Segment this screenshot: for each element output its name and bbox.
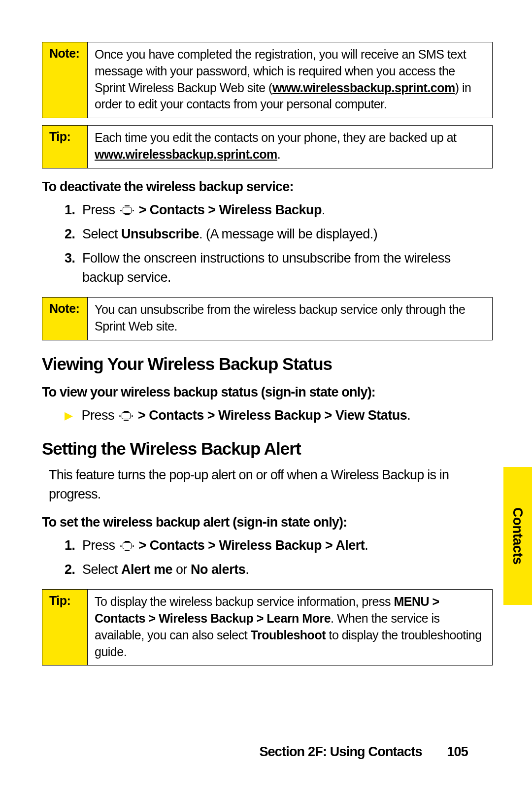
note-box-registration: Note: Once you have completed the regist…	[42, 42, 493, 118]
note-body: You can unsubscribe from the wireless ba…	[88, 298, 492, 340]
page-number: 105	[447, 744, 468, 759]
tip-body: To display the wireless backup service i…	[88, 590, 492, 665]
note-body: Once you have completed the registration…	[88, 42, 492, 118]
link-wirelessbackup[interactable]: www.wirelessbackup.sprint.com	[95, 147, 277, 161]
tip-body: Each time you edit the contacts on your …	[88, 126, 492, 168]
menu-key-icon	[120, 541, 134, 551]
step-item: 1. Press > Contacts > Wireless Backup > …	[65, 536, 493, 555]
tip-label: Tip:	[42, 590, 88, 665]
para-alert-description: This feature turns the pop-up alert on o…	[49, 466, 493, 504]
step-item: 3. Follow the onscreen instructions to u…	[65, 249, 493, 287]
step-item: 2. Select Unsubscribe. (A message will b…	[65, 225, 493, 244]
subheading-set-alert: To set the wireless backup alert (sign-i…	[42, 515, 493, 530]
triangle-bullet-icon: ▶	[65, 408, 73, 425]
tip-box-learn-more: Tip: To display the wireless backup serv…	[42, 589, 493, 665]
side-tab-contacts[interactable]: Contacts	[503, 467, 532, 605]
page-footer: Section 2F: Using Contacts 105	[259, 744, 468, 760]
step-view-status: ▶ Press > Contacts > Wireless Backup > V…	[42, 406, 493, 425]
menu-key-icon	[120, 205, 134, 215]
subheading-view-status: To view your wireless backup status (sig…	[42, 385, 493, 400]
note-box-unsubscribe: Note: You can unsubscribe from the wirel…	[42, 297, 493, 340]
heading-deactivate: To deactivate the wireless backup servic…	[42, 179, 493, 195]
link-wirelessbackup[interactable]: www.wirelessbackup.sprint.com	[272, 81, 455, 95]
steps-deactivate: 1. Press > Contacts > Wireless Backup. 2…	[42, 200, 493, 288]
footer-section: Section 2F: Using Contacts	[259, 744, 422, 759]
note-label: Note:	[42, 42, 88, 118]
page-content: Note: Once you have completed the regist…	[0, 0, 532, 665]
tip-box-backup: Tip: Each time you edit the contacts on …	[42, 125, 493, 168]
steps-set-alert: 1. Press > Contacts > Wireless Backup > …	[42, 536, 493, 579]
tip-label: Tip:	[42, 126, 88, 168]
heading-viewing-status: Viewing Your Wireless Backup Status	[42, 354, 493, 374]
note-label: Note:	[42, 298, 88, 340]
menu-key-icon	[119, 411, 133, 421]
step-item: 1. Press > Contacts > Wireless Backup.	[65, 200, 493, 220]
heading-setting-alert: Setting the Wireless Backup Alert	[42, 439, 493, 459]
step-item: 2. Select Alert me or No alerts.	[65, 560, 493, 579]
